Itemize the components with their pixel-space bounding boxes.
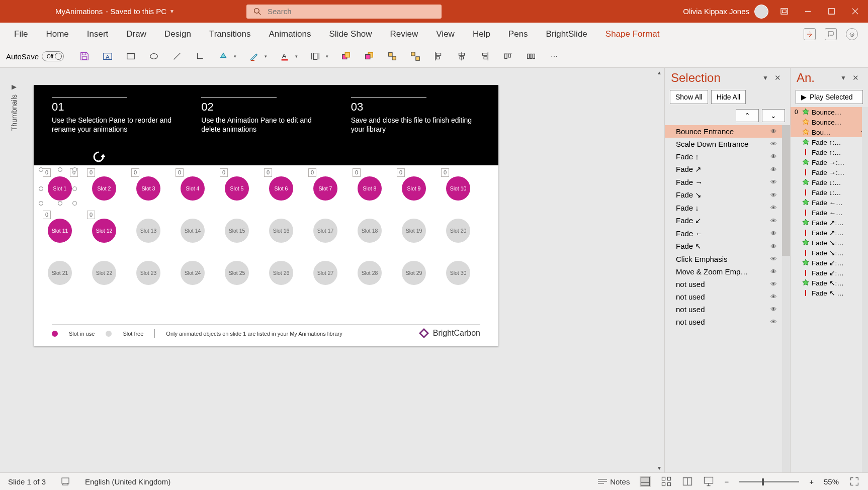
tab-help[interactable]: Help: [464, 24, 499, 44]
chevron-down-icon[interactable]: ▾: [326, 54, 328, 59]
selection-item[interactable]: Scale Down Entrance👁: [665, 138, 790, 150]
tab-design[interactable]: Design: [155, 24, 200, 44]
align-icon[interactable]: [310, 51, 321, 62]
selection-item[interactable]: not used👁: [665, 290, 790, 303]
animation-item[interactable]: Bou…▼: [791, 127, 868, 137]
anim-scrollbar[interactable]: [862, 107, 868, 472]
slot[interactable]: Slot 25: [225, 261, 249, 285]
slot[interactable]: Slot 21: [48, 261, 72, 285]
animation-item[interactable]: Fade ↓:…: [791, 187, 868, 198]
slide-counter[interactable]: Slide 1 of 3: [8, 477, 46, 486]
slot[interactable]: Slot 50: [225, 176, 249, 201]
selection-item[interactable]: not used👁: [665, 303, 790, 316]
oval-shape-icon[interactable]: [148, 51, 159, 62]
slot[interactable]: Slot 30: [136, 176, 160, 201]
comments-icon[interactable]: [825, 28, 837, 40]
selection-item[interactable]: Fade ↗👁: [665, 163, 790, 176]
selection-handle[interactable]: [72, 201, 77, 206]
visibility-icon[interactable]: 👁: [770, 230, 777, 237]
bring-forward-icon[interactable]: [340, 51, 352, 62]
selection-item[interactable]: not used👁: [665, 278, 790, 290]
selection-handle[interactable]: [58, 167, 62, 172]
selection-handle[interactable]: [39, 167, 43, 172]
selection-item[interactable]: Fade →👁: [665, 176, 790, 188]
animation-item[interactable]: Fade ↘:…: [791, 238, 868, 248]
slot[interactable]: Slot 18: [358, 219, 382, 243]
slot[interactable]: Slot 26: [269, 261, 293, 285]
autosave-toggle[interactable]: AutoSave Off: [6, 51, 64, 61]
tab-brightslide[interactable]: BrightSlide: [537, 24, 596, 44]
show-all-button[interactable]: Show All: [670, 90, 708, 104]
fit-window-icon[interactable]: [849, 476, 860, 487]
slot[interactable]: Slot 16: [269, 219, 293, 243]
slot[interactable]: Slot 20: [446, 219, 470, 243]
rotation-handle-icon[interactable]: [92, 151, 106, 164]
move-down-button[interactable]: ⌄: [762, 109, 785, 122]
slot[interactable]: Slot 120: [92, 219, 116, 243]
zoom-level[interactable]: 55%: [824, 477, 839, 486]
align-right-icon[interactable]: [479, 51, 490, 62]
slot[interactable]: Slot 100: [446, 176, 470, 201]
elbow-shape-icon[interactable]: [195, 51, 206, 62]
move-up-button[interactable]: ⌃: [736, 109, 759, 122]
visibility-icon[interactable]: 👁: [770, 255, 777, 263]
visibility-icon[interactable]: 👁: [770, 217, 777, 225]
slot[interactable]: Slot 23: [136, 261, 160, 285]
close-icon[interactable]: [851, 8, 859, 15]
ribbon-mode-icon[interactable]: [780, 8, 788, 15]
thumbnails-rail[interactable]: ▶ Thumbnails: [0, 68, 28, 472]
slot[interactable]: Slot 80: [358, 176, 382, 201]
animation-item[interactable]: Bounce…: [791, 117, 868, 127]
selection-item[interactable]: Fade ←👁: [665, 227, 790, 240]
slot[interactable]: Slot 90: [402, 176, 426, 201]
accessibility-icon[interactable]: [61, 476, 70, 487]
distribute-h-icon[interactable]: [526, 51, 537, 62]
align-top-icon[interactable]: [502, 51, 513, 62]
tab-animations[interactable]: Animations: [259, 24, 320, 44]
zoom-slider[interactable]: [739, 481, 799, 482]
emoji-icon[interactable]: ☺: [846, 28, 858, 40]
visibility-icon[interactable]: 👁: [770, 166, 777, 173]
animation-item[interactable]: Fade ↗:…: [791, 218, 868, 228]
visibility-icon[interactable]: 👁: [770, 293, 777, 301]
shape-outline-icon[interactable]: [248, 51, 259, 62]
save-icon[interactable]: [79, 51, 90, 62]
tab-draw[interactable]: Draw: [117, 24, 155, 44]
tab-review[interactable]: Review: [381, 24, 427, 44]
selection-item[interactable]: Click Emphasis👁: [665, 253, 790, 265]
ungroup-icon[interactable]: [410, 51, 421, 62]
animation-item[interactable]: Fade ↘:…: [791, 248, 868, 258]
normal-view-icon[interactable]: [640, 476, 651, 487]
slot[interactable]: Slot 13: [136, 219, 160, 243]
user-account[interactable]: Olivia Kippax Jones: [683, 5, 768, 19]
hide-all-button[interactable]: Hide All: [711, 90, 746, 104]
title-dropdown-icon[interactable]: ▼: [169, 9, 175, 14]
rect-shape-icon[interactable]: [125, 51, 136, 62]
tab-home[interactable]: Home: [37, 24, 77, 44]
tab-shape-format[interactable]: Shape Format: [596, 24, 669, 44]
slot[interactable]: Slot 15: [225, 219, 249, 243]
selection-item[interactable]: Fade ↓👁: [665, 202, 790, 214]
tab-file[interactable]: File: [5, 24, 37, 44]
zoom-in-button[interactable]: +: [809, 477, 814, 486]
canvas-scrollbar[interactable]: ▲ ▼: [654, 68, 664, 472]
selection-handle[interactable]: [72, 186, 77, 191]
zoom-out-button[interactable]: −: [724, 477, 729, 486]
close-pane-icon[interactable]: ✕: [774, 73, 781, 82]
slideshow-view-icon[interactable]: [703, 476, 714, 487]
scroll-down-icon[interactable]: ▼: [654, 463, 664, 472]
selection-item[interactable]: Fade ↘👁: [665, 188, 790, 202]
visibility-icon[interactable]: 👁: [770, 280, 777, 288]
animation-item[interactable]: Fade ↙:…: [791, 268, 868, 278]
visibility-icon[interactable]: 👁: [770, 191, 777, 199]
shape-fill-icon[interactable]: [218, 51, 229, 62]
search-box[interactable]: [246, 5, 442, 19]
selection-item[interactable]: Move & Zoom Emp…👁: [665, 265, 790, 278]
slot[interactable]: Slot 110: [48, 219, 72, 243]
tab-view[interactable]: View: [427, 24, 464, 44]
slot[interactable]: Slot 19: [402, 219, 426, 243]
sorter-view-icon[interactable]: [661, 476, 672, 487]
animation-item[interactable]: Fade ↗:…: [791, 228, 868, 238]
visibility-icon[interactable]: 👁: [770, 128, 777, 135]
slot[interactable]: Slot 29: [402, 261, 426, 285]
